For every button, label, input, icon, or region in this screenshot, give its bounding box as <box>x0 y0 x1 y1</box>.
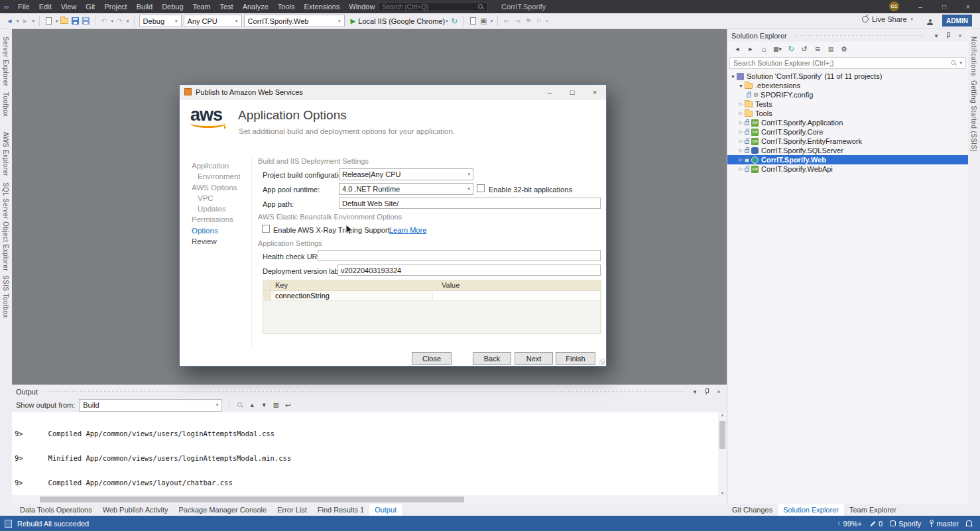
navigate-back-dropdown-icon[interactable]: ▾ <box>17 19 19 24</box>
notifications-bell[interactable] <box>966 522 972 526</box>
learn-more-link[interactable]: Learn More <box>389 226 426 234</box>
pin-icon[interactable] <box>703 388 711 395</box>
health-check-url-input[interactable] <box>318 250 601 261</box>
step-permissions[interactable]: Permissions <box>192 214 241 225</box>
show-all-files-icon[interactable]: ▤ <box>827 46 835 52</box>
solution-explorer-search-input[interactable] <box>733 59 932 67</box>
collapse-all-icon[interactable]: ⊟ <box>814 46 822 52</box>
menu-window[interactable]: Window <box>344 0 379 13</box>
account-avatar[interactable]: CC <box>889 1 899 11</box>
save-icon[interactable] <box>72 17 79 25</box>
admin-account-badge[interactable]: ADMIN <box>942 15 972 27</box>
output-log[interactable]: 9> Compiled App/common/views/users/login… <box>12 412 718 496</box>
sync-status[interactable]: ↑99%+ <box>837 520 862 528</box>
tab-notifications[interactable]: Notifications <box>970 36 977 76</box>
expander-icon[interactable]: ▷ <box>737 139 745 144</box>
tree-item-solution[interactable]: ▼ Solution 'CorrIT.Sporify' (11 of 11 pr… <box>727 72 968 81</box>
tree-item-application-project[interactable]: ▷ C# CorrIT.Sporify.Application <box>727 118 968 127</box>
horizontal-scrollbar[interactable] <box>12 495 727 504</box>
tree-item-entityframework-project[interactable]: ▷ C# CorrIT.Sporify.EntityFramework <box>727 137 968 146</box>
tab-solution-explorer[interactable]: Solution Explorer <box>778 504 844 516</box>
tree-item-sqlserver-project[interactable]: ▷ CorrIT.Sporify.SQLServer <box>727 146 968 155</box>
pending-changes-status[interactable]: 0 <box>869 520 883 528</box>
tab-ssis-toolbox[interactable]: SSIS Toolbox <box>2 275 9 318</box>
navigate-back-icon[interactable]: ◄ <box>5 15 14 28</box>
redo-icon[interactable]: ↷ <box>115 15 124 28</box>
expander-icon[interactable]: ▼ <box>729 74 737 79</box>
next-button[interactable]: Next <box>515 352 553 365</box>
tab-aws-explorer[interactable]: AWS Explorer <box>2 132 9 176</box>
branch-picker[interactable]: master <box>928 520 959 528</box>
resize-grip[interactable] <box>599 359 605 365</box>
value-column-header[interactable]: Value <box>432 280 600 290</box>
expander-icon[interactable]: ▷ <box>737 101 745 107</box>
step-review[interactable]: Review <box>192 236 241 247</box>
tab-toolbox[interactable]: Toolbox <box>2 92 9 117</box>
feedback-user-icon[interactable] <box>926 16 934 29</box>
scrollbar-thumb[interactable] <box>40 497 464 502</box>
tab-server-explorer[interactable]: Server Explorer <box>2 36 9 86</box>
chevron-down-icon[interactable]: ▾ <box>491 19 493 24</box>
refresh-icon[interactable]: ↺ <box>800 45 808 54</box>
dialog-close-button[interactable]: × <box>583 85 606 99</box>
sync-icon[interactable]: ↻ <box>787 44 795 54</box>
preview-in-browser-icon[interactable]: ▣ <box>479 15 488 28</box>
step-environment[interactable]: Environment <box>192 171 241 182</box>
tree-item-web-project-selected[interactable]: ▷ CorrIT.Sporify.Web <box>727 155 968 164</box>
vertical-scrollbar[interactable]: ▴▾ <box>718 412 727 496</box>
minimize-button[interactable]: – <box>908 0 932 13</box>
window-position-icon[interactable]: ▾ <box>691 388 699 395</box>
expander-icon[interactable]: ▷ <box>737 148 745 153</box>
menu-file[interactable]: File <box>13 0 34 13</box>
navigate-forward-icon[interactable]: ► <box>21 15 30 28</box>
dialog-maximize-button[interactable]: □ <box>561 85 583 99</box>
expander-icon[interactable]: ▷ <box>737 166 745 172</box>
scrollbar-thumb[interactable] <box>719 421 725 449</box>
step-updates[interactable]: Updates <box>192 204 241 214</box>
menu-project[interactable]: Project <box>99 0 131 13</box>
tab-output[interactable]: Output <box>369 504 402 516</box>
dialog-titlebar[interactable]: Publish to Amazon Web Services – □ × <box>180 85 606 99</box>
goto-previous-message-icon[interactable]: ▲ <box>248 402 256 408</box>
tab-sql-server-object-explorer[interactable]: SQL Server Object Explorer <box>2 182 9 271</box>
live-share-control[interactable]: Live Share ▾ <box>862 15 913 23</box>
menu-debug[interactable]: Debug <box>157 0 188 13</box>
tab-data-tools-operations[interactable]: Data Tools Operations <box>15 504 97 516</box>
menu-extensions[interactable]: Extensions <box>299 0 344 13</box>
value-cell[interactable] <box>432 291 600 300</box>
quick-search-box[interactable] <box>378 2 488 11</box>
step-application[interactable]: Application <box>192 160 241 171</box>
row-selector-gutter[interactable] <box>263 291 271 300</box>
chevron-down-icon[interactable]: ▾ <box>546 19 548 24</box>
tab-web-publish-activity[interactable]: Web Publish Activity <box>97 504 174 516</box>
switch-views-icon[interactable]: ▩▾ <box>773 46 782 52</box>
key-column-header[interactable]: Key <box>271 280 432 290</box>
step-aws-options[interactable]: AWS Options <box>192 182 241 193</box>
solution-explorer-search-box[interactable]: ▾ <box>729 57 966 69</box>
step-vpc[interactable]: VPC <box>192 193 241 204</box>
enable-32bit-checkbox[interactable] <box>477 184 485 192</box>
deployment-version-input[interactable] <box>337 265 601 276</box>
close-button[interactable]: × <box>956 0 980 13</box>
menu-edit[interactable]: Edit <box>34 0 56 13</box>
restore-button[interactable]: □ <box>932 0 956 13</box>
menu-view[interactable]: View <box>56 0 82 13</box>
goto-next-message-icon[interactable]: ▼ <box>260 402 268 408</box>
expander-icon[interactable]: ▷ <box>737 120 745 125</box>
new-file-dropdown-icon[interactable]: ▾ <box>56 19 58 24</box>
chevron-down-icon[interactable]: ▾ <box>959 60 962 66</box>
dialog-minimize-button[interactable]: – <box>538 85 561 99</box>
find-in-files-icon[interactable] <box>469 15 477 28</box>
menu-tools[interactable]: Tools <box>273 0 300 13</box>
tree-item-sporify-config[interactable]: ⚙ SPORIFY.config <box>727 90 968 99</box>
pin-icon[interactable] <box>944 32 952 39</box>
undo-dropdown-icon[interactable]: ▾ <box>111 19 114 24</box>
close-button[interactable]: Close <box>412 352 452 365</box>
repository-picker[interactable]: Sporify <box>890 520 921 528</box>
step-options-active[interactable]: Options <box>192 225 241 236</box>
expander-icon[interactable]: ▷ <box>737 157 745 162</box>
menu-analyze[interactable]: Analyze <box>238 0 273 13</box>
step-back-icon[interactable]: ⇤ <box>503 15 511 28</box>
finish-button[interactable]: Finish <box>556 352 595 365</box>
solution-platform-dropdown[interactable]: Any CPU▾ <box>184 15 242 27</box>
